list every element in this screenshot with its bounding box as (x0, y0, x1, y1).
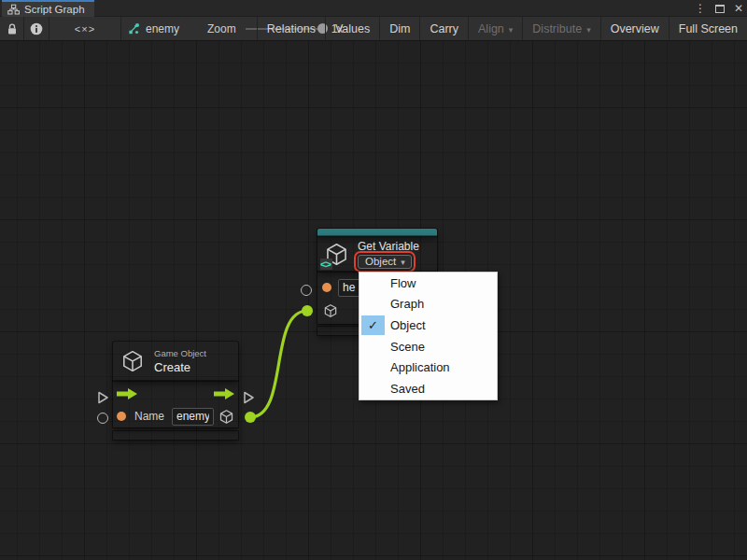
code-view-button[interactable]: <×> (49, 17, 121, 40)
code-icon: <×> (75, 23, 95, 35)
full-screen-button[interactable]: Full Screen (669, 17, 747, 40)
overview-button[interactable]: Overview (600, 17, 669, 40)
gameobject-cube-icon (120, 349, 145, 373)
check-icon: ✓ (361, 315, 385, 335)
close-icon[interactable]: ✕ (734, 2, 743, 15)
toolbar-buttons: Relations Values Dim Carry Align▾ Distri… (257, 17, 747, 40)
caret-down-icon: ▾ (401, 258, 405, 267)
create-node-body[interactable]: Name (113, 381, 238, 427)
carry-button[interactable]: Carry (419, 17, 468, 40)
zoom-label: Zoom (207, 22, 236, 35)
graph-name: enemy (146, 22, 179, 35)
align-button: Align▾ (468, 17, 522, 40)
distribute-button: Distribute▾ (522, 17, 599, 40)
info-button[interactable] (24, 17, 49, 40)
variable-cube-icon: <> (324, 242, 349, 267)
script-graph-window: Script Graph ⋮ ✕ <×> (0, 0, 747, 560)
variable-kind-menu: Flow Graph ✓ Object Scene Application Sa… (359, 272, 498, 400)
graph-asset-icon (127, 22, 140, 35)
lock-icon (7, 22, 18, 35)
value-input-port[interactable] (322, 283, 331, 292)
name-field[interactable] (172, 408, 214, 426)
relations-button[interactable]: Relations (257, 17, 325, 40)
menu-item-flow[interactable]: Flow (359, 273, 497, 294)
more-menu-icon[interactable]: ⋮ (695, 2, 706, 15)
graph-hierarchy-icon (7, 4, 20, 15)
flow-output-port[interactable] (243, 391, 255, 404)
node-title: Create (154, 360, 206, 374)
variable-brackets-icon: <> (320, 259, 332, 270)
node-title: Get Variable (358, 240, 419, 253)
graph-breadcrumb[interactable]: enemy (127, 17, 179, 40)
info-icon (30, 22, 43, 35)
maximize-icon[interactable] (715, 5, 725, 13)
menu-item-saved[interactable]: Saved (359, 378, 497, 399)
caret-down-icon: ▾ (586, 25, 591, 35)
get-variable-node-accent (317, 229, 437, 236)
value-port-ring[interactable] (301, 285, 312, 296)
lock-button[interactable] (0, 17, 24, 40)
menu-item-graph[interactable]: Graph (359, 294, 497, 315)
value-input-port[interactable] (117, 412, 126, 421)
tab-script-graph[interactable]: Script Graph (2, 0, 94, 17)
menu-item-object[interactable]: ✓ Object (359, 315, 497, 336)
values-button[interactable]: Values (325, 17, 379, 40)
flow-input-port[interactable] (97, 391, 109, 404)
variable-kind-dropdown[interactable]: Object ▾ (358, 255, 412, 269)
variable-kind-value: Object (365, 256, 396, 267)
create-node[interactable]: Game Object Create (113, 342, 238, 381)
create-node-footer (113, 431, 238, 440)
graph-toolbar: <×> enemy Zoom 1x Relations Values Dim C… (0, 17, 747, 41)
menu-item-application[interactable]: Application (359, 357, 497, 378)
menu-item-scene[interactable]: Scene (359, 336, 497, 357)
node-category: Game Object (154, 348, 206, 358)
get-variable-node[interactable]: <> Get Variable Object ▾ (317, 236, 437, 272)
value-port-ring[interactable] (97, 413, 108, 424)
flow-input-arrow-icon[interactable] (117, 388, 137, 399)
dim-button[interactable]: Dim (379, 17, 419, 40)
tab-title: Script Graph (24, 4, 85, 15)
tab-bar: Script Graph ⋮ ✕ (0, 0, 747, 17)
name-port-label: Name (134, 410, 164, 423)
gameobject-port-cube-icon[interactable] (323, 303, 338, 318)
caret-down-icon: ▾ (509, 25, 514, 35)
flow-output-arrow-icon[interactable] (214, 388, 234, 399)
window-controls: ⋮ ✕ (695, 0, 743, 17)
gameobject-output-cube-icon[interactable] (218, 409, 234, 425)
